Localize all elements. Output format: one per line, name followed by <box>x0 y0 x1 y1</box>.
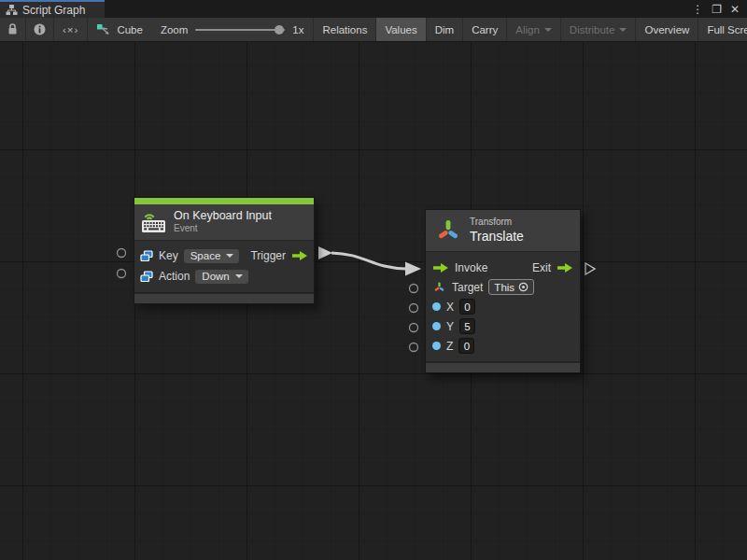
action-dropdown[interactable]: Down <box>195 270 247 284</box>
key-row: Key Space Trigger <box>140 245 308 266</box>
dim-label: Dim <box>435 24 454 35</box>
x-value: 0 <box>464 301 470 313</box>
value-port-x[interactable] <box>410 304 418 313</box>
key-label: Key <box>159 249 178 262</box>
values-label: Values <box>385 24 416 35</box>
chevron-down-icon <box>619 28 627 32</box>
zoom-slider[interactable] <box>195 29 285 31</box>
zoom-label: Zoom <box>161 24 188 35</box>
relations-button[interactable]: Relations <box>314 18 376 41</box>
node-title: Translate <box>470 229 524 245</box>
exit-flow-port-triangle[interactable] <box>585 263 595 274</box>
distribute-label: Distribute <box>570 24 615 35</box>
wire-arrowhead <box>405 262 421 276</box>
transform-icon <box>434 217 462 245</box>
y-row: Y 5 <box>432 316 573 336</box>
y-label: Y <box>446 320 454 333</box>
translate-node-footer <box>426 361 580 372</box>
value-port-z[interactable] <box>410 343 418 352</box>
y-value: 5 <box>464 321 470 332</box>
overview-button[interactable]: Overview <box>636 18 698 41</box>
node-transform-translate[interactable]: Transform Translate Invoke Exit <box>425 209 581 373</box>
translate-node-header[interactable]: Transform Translate <box>426 210 580 252</box>
node-category: Transform <box>470 217 524 229</box>
full-screen-button[interactable]: Full Screen <box>698 18 747 41</box>
graph-canvas[interactable]: On Keyboard Input Event Key Space Trigge… <box>0 42 747 560</box>
value-dot-icon <box>432 302 441 311</box>
node-title: On Keyboard Input <box>174 209 272 223</box>
full-screen-label: Full Screen <box>707 24 747 35</box>
value-dot-icon <box>432 342 441 350</box>
titlebar-spacer <box>105 0 692 18</box>
value-port-y[interactable] <box>410 324 418 332</box>
x-input[interactable]: 0 <box>459 299 475 315</box>
event-accent-bar <box>134 198 314 204</box>
graph-pointer-icon <box>96 23 111 36</box>
translate-node-body: Invoke Exit Target This <box>426 252 580 361</box>
close-icon[interactable]: ✕ <box>730 4 740 15</box>
graph-name-label: Cube <box>117 24 143 35</box>
script-graph-window: Script Graph ⋮ ❐ ✕ ‹×› <box>0 0 747 560</box>
literal-value-icon <box>140 250 153 262</box>
invoke-label: Invoke <box>455 261 487 274</box>
code-view-button[interactable]: ‹×› <box>54 18 88 41</box>
keyboard-node-header[interactable]: On Keyboard Input Event <box>134 204 314 241</box>
x-label: X <box>446 301 454 314</box>
relations-label: Relations <box>322 24 367 35</box>
dim-button[interactable]: Dim <box>427 18 463 41</box>
invoke-flow-arrow-icon[interactable] <box>432 262 449 273</box>
transform-mini-icon <box>432 281 446 294</box>
lock-icon <box>7 23 18 35</box>
value-port-action[interactable] <box>118 270 126 278</box>
chevron-down-icon <box>226 254 233 258</box>
toolbar: ‹×› Cube Zoom 1x Relations Values Dim Ca… <box>0 18 747 42</box>
lock-button[interactable] <box>0 18 26 41</box>
target-row: Target This <box>432 277 573 297</box>
align-dropdown[interactable]: Align <box>507 18 561 41</box>
object-picker-icon[interactable] <box>518 282 529 292</box>
keyboard-event-icon <box>141 210 166 233</box>
node-subtitle: Event <box>174 223 272 234</box>
z-input[interactable]: 0 <box>458 338 474 354</box>
graph-target-button[interactable]: Cube <box>88 18 151 41</box>
action-label: Action <box>159 270 190 283</box>
value-port-target[interactable] <box>410 285 418 293</box>
maximize-icon[interactable]: ❐ <box>712 4 722 15</box>
align-label: Align <box>515 24 540 35</box>
target-label: Target <box>452 281 483 294</box>
x-row: X 0 <box>432 297 573 316</box>
keyboard-node-footer <box>134 292 314 303</box>
values-button[interactable]: Values <box>376 18 426 41</box>
window-menu-icon[interactable]: ⋮ <box>692 4 703 15</box>
keyboard-node-body: Key Space Trigger Action Down <box>134 241 314 292</box>
zoom-slider-handle[interactable] <box>275 25 284 35</box>
tab-title: Script Graph <box>22 4 85 17</box>
z-label: Z <box>446 340 453 353</box>
zoom-value: 1x <box>292 24 303 35</box>
z-value: 0 <box>464 341 470 352</box>
tab-script-graph[interactable]: Script Graph <box>0 0 105 18</box>
trigger-flow-arrow-icon[interactable] <box>291 250 308 261</box>
invoke-row: Invoke Exit <box>432 258 573 277</box>
exit-flow-arrow-icon[interactable] <box>557 262 573 273</box>
y-input[interactable]: 5 <box>459 318 475 334</box>
overview-label: Overview <box>644 24 689 35</box>
info-button[interactable] <box>26 18 54 41</box>
node-on-keyboard-input[interactable]: On Keyboard Input Event Key Space Trigge… <box>134 197 315 304</box>
key-value: Space <box>190 250 221 261</box>
wire-start-triangle[interactable] <box>318 246 332 259</box>
key-dropdown[interactable]: Space <box>184 249 240 263</box>
wire-trigger-to-invoke[interactable] <box>331 253 406 269</box>
exit-label: Exit <box>532 261 551 274</box>
target-object-field[interactable]: This <box>488 279 534 295</box>
distribute-dropdown[interactable]: Distribute <box>561 18 637 41</box>
carry-label: Carry <box>472 24 498 35</box>
target-value: This <box>494 282 514 293</box>
value-dot-icon <box>432 322 441 330</box>
value-port-key[interactable] <box>118 249 126 258</box>
action-value: Down <box>202 271 229 282</box>
info-icon <box>34 23 46 35</box>
carry-button[interactable]: Carry <box>463 18 507 41</box>
trigger-label: Trigger <box>250 249 286 262</box>
chevron-down-icon <box>235 274 243 278</box>
